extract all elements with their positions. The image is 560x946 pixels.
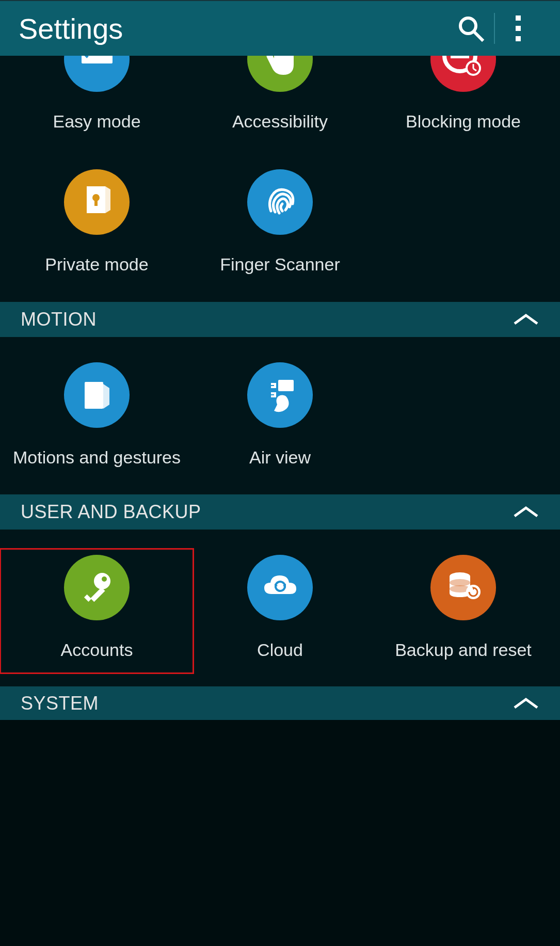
item-accounts[interactable]: Accounts [0,548,194,675]
motion-grid: Motions and gestures Air view [0,338,560,494]
item-easy-mode[interactable]: Easy mode [5,56,188,133]
svg-line-1 [474,31,482,40]
svg-rect-21 [90,587,105,602]
item-label-private-mode: Private mode [45,253,148,276]
page-title: Settings [19,12,447,45]
item-air-view[interactable]: Air view [188,362,372,469]
item-label-finger-scanner: Finger Scanner [220,253,340,276]
section-label-motion: MOTION [21,309,513,330]
svg-rect-2 [516,15,521,21]
blocking-mode-icon-wrap [430,56,496,92]
svg-rect-17 [87,384,101,407]
item-finger-scanner[interactable]: Finger Scanner [188,169,372,276]
section-header-system[interactable]: SYSTEM [0,686,560,720]
item-blocking-mode[interactable]: Blocking mode [372,56,555,133]
svg-rect-18 [278,380,294,391]
item-label-accessibility: Accessibility [232,110,328,133]
header-actions [447,1,541,56]
svg-point-20 [102,576,107,582]
overflow-menu-icon [515,14,522,42]
chevron-up-icon [513,696,539,711]
svg-point-28 [466,585,481,599]
settings-screen: Settings [0,0,560,946]
svg-point-19 [94,573,110,589]
cloud-sync-icon [259,566,301,608]
svg-rect-3 [516,26,521,31]
chevron-up-icon [513,312,539,327]
item-label-backup-reset: Backup and reset [395,639,532,662]
section-header-user-backup[interactable]: USER AND BACKUP [0,494,560,530]
accessibility-icon-wrap [247,56,313,92]
item-label-accounts: Accounts [61,639,133,662]
item-label-air-view: Air view [249,446,311,469]
item-backup-reset[interactable]: Backup and reset [372,555,555,662]
item-cloud[interactable]: Cloud [188,555,372,662]
item-label-blocking-mode: Blocking mode [406,110,521,133]
user-backup-grid: Accounts Cloud [0,530,560,686]
svg-rect-8 [451,56,469,58]
easy-mode-icon-wrap [64,56,130,92]
backup-reset-icon [442,566,485,608]
section-label-system: SYSTEM [21,693,513,714]
overflow-menu-button[interactable] [495,1,541,56]
item-label-easy-mode: Easy mode [53,110,140,133]
item-accessibility[interactable]: Accessibility [188,56,372,133]
svg-rect-14 [94,198,98,206]
section-header-motion[interactable]: MOTION [0,301,560,338]
hand-icon [260,56,301,80]
personalization-grid: Easy mode Accessibility [0,56,560,301]
easy-mode-icon [76,56,118,80]
blocking-icon [441,56,486,82]
svg-rect-22 [84,595,91,602]
item-label-motions-gestures: Motions and gestures [13,446,181,469]
svg-rect-4 [516,36,521,41]
motion-icon [77,376,117,415]
chevron-up-icon [513,505,539,519]
section-label-user-backup: USER AND BACKUP [21,501,513,523]
fingerprint-icon [261,182,300,221]
item-label-cloud: Cloud [257,639,303,662]
air-view-icon [260,375,301,416]
private-mode-icon [77,182,117,221]
item-private-mode[interactable]: Private mode [5,169,188,276]
app-header: Settings [0,0,560,56]
svg-point-26 [450,579,470,586]
search-button[interactable] [447,1,494,56]
search-icon [456,14,485,43]
key-icon [77,568,117,607]
item-motions-gestures[interactable]: Motions and gestures [5,362,188,469]
